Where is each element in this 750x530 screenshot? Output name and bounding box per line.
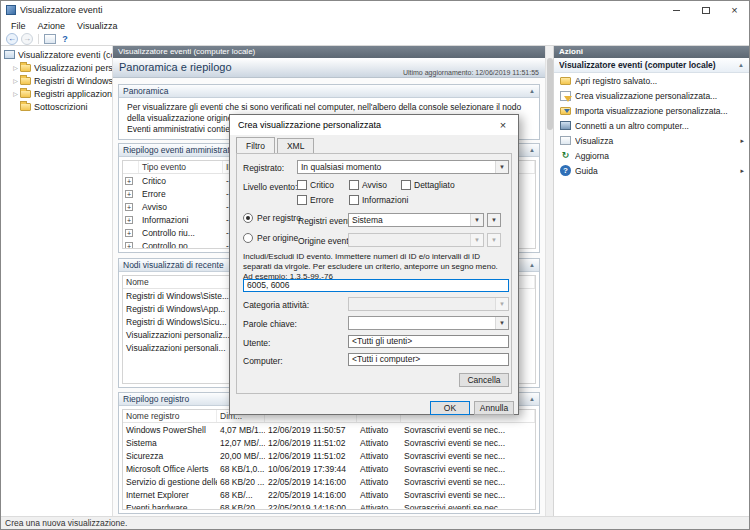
scrollbar-thumb[interactable] xyxy=(547,58,553,130)
action-item[interactable]: Visualizza▸ xyxy=(554,133,749,148)
clear-button[interactable]: Cancella xyxy=(459,373,509,387)
section-header-panoramica[interactable]: Panoramica ▲ xyxy=(119,85,539,98)
expand-icon[interactable]: + xyxy=(125,229,133,237)
user-input[interactable]: <Tutti gli utenti> xyxy=(348,335,509,348)
event-ids-input[interactable]: 6005, 6006 xyxy=(243,279,509,292)
folder-icon xyxy=(20,90,31,98)
event-ids-help-text: Includi/Escludi ID evento. Immettere num… xyxy=(243,252,507,282)
action-item[interactable]: Crea visualizzazione personalizzata... xyxy=(554,88,749,103)
action-item[interactable]: Apri registro salvato... xyxy=(554,73,749,88)
log-summary-row[interactable]: Windows PowerShell4,07 MB/1...12/06/2019… xyxy=(123,423,535,436)
chevron-down-icon: ▼ xyxy=(495,298,508,310)
ok-button[interactable]: OK xyxy=(430,401,470,415)
actions-section-header[interactable]: Visualizzatore eventi (computer locale) … xyxy=(554,58,749,73)
expand-icon[interactable]: + xyxy=(125,190,133,198)
action-item[interactable]: ↻Aggiorna xyxy=(554,148,749,163)
chevron-down-icon[interactable]: ▼ xyxy=(470,214,483,226)
tree-item[interactable]: Sottoscrizioni xyxy=(1,100,112,113)
checkbox-icon[interactable] xyxy=(297,195,307,205)
tab-filtro[interactable]: Filtro xyxy=(236,137,275,153)
tree-item[interactable]: ▷Registri applicazioni e servizi xyxy=(1,87,112,100)
action-item[interactable]: Connetti a un altro computer... xyxy=(554,118,749,133)
logged-time-combobox[interactable]: In qualsiasi momento▼ xyxy=(297,160,509,174)
radio-icon[interactable] xyxy=(243,213,253,223)
task-category-label: Categoria attività: xyxy=(243,300,309,310)
collapse-icon[interactable]: ▲ xyxy=(738,62,744,68)
checkbox-icon[interactable] xyxy=(349,195,359,205)
expander-icon[interactable]: ▷ xyxy=(11,90,20,97)
expand-icon[interactable]: + xyxy=(125,203,133,211)
log-summary-row[interactable]: Internet Explorer68 KB/...22/05/2019 14:… xyxy=(123,488,535,501)
action-item[interactable]: ?Guida▸ xyxy=(554,163,749,178)
help-icon[interactable]: ? xyxy=(59,33,71,45)
log-summary-row[interactable]: Microsoft Office Alerts68 KB/1,0...10/06… xyxy=(123,462,535,475)
chevron-down-icon[interactable]: ▼ xyxy=(495,161,508,173)
tree-root-event-viewer[interactable]: Visualizzatore eventi (computer locale) xyxy=(1,48,112,61)
toolbar-separator xyxy=(38,34,39,44)
registered-label: Registrato: xyxy=(243,163,284,173)
expander-icon[interactable]: ▷ xyxy=(11,64,20,71)
expander-icon[interactable]: ▷ xyxy=(11,77,20,84)
collapse-icon[interactable]: ▲ xyxy=(529,262,535,268)
actions-pane-title: Azioni xyxy=(554,46,749,58)
menu-visualizza[interactable]: Visualizza xyxy=(71,21,123,31)
level-checkbox-avviso[interactable]: Avviso xyxy=(349,179,387,190)
user-label: Utente: xyxy=(243,338,270,348)
level-checkbox-errore[interactable]: Errore xyxy=(297,194,334,205)
dialog-title-bar[interactable]: Crea visualizzazione personalizzata × xyxy=(230,115,518,135)
checkbox-icon[interactable] xyxy=(401,180,411,190)
connect-icon xyxy=(560,121,571,130)
level-checkbox-informazioni[interactable]: Informazioni xyxy=(349,194,408,205)
tab-xml[interactable]: XML xyxy=(277,138,314,153)
action-item[interactable]: Importa visualizzazione personalizzata..… xyxy=(554,103,749,118)
log-summary-row[interactable]: Servizio di gestione delle ...68 KB/20 .… xyxy=(123,475,535,488)
column-header[interactable]: Nome xyxy=(123,276,245,288)
submenu-arrow-icon: ▸ xyxy=(740,167,744,175)
minimize-button[interactable] xyxy=(662,1,691,19)
by-source-radio[interactable]: Per origine xyxy=(243,233,298,243)
menu-file[interactable]: File xyxy=(5,21,32,31)
chevron-down-icon[interactable]: ▼ xyxy=(495,317,508,329)
actions-pane: Azioni Visualizzatore eventi (computer l… xyxy=(553,46,749,516)
column-header[interactable]: Nome registro xyxy=(123,410,217,422)
computer-input[interactable]: <Tutti i computer> xyxy=(348,353,509,366)
radio-icon[interactable] xyxy=(243,233,253,243)
tree-item[interactable]: ▷Visualizzazioni personalizzate xyxy=(1,61,112,74)
column-header[interactable]: Tipo evento xyxy=(139,161,223,173)
chevron-down-icon: ▼ xyxy=(470,234,483,246)
event-logs-combobox[interactable]: Sistema▼ xyxy=(348,213,484,227)
console-tree-icon[interactable] xyxy=(44,34,56,44)
collapse-icon[interactable]: ▲ xyxy=(529,147,535,153)
log-summary-row[interactable]: Sistema12,07 MB/...12/06/2019 11:51:02At… xyxy=(123,436,535,449)
collapse-icon[interactable]: ▲ xyxy=(529,396,535,402)
create-view-icon xyxy=(560,91,571,101)
dialog-tabs: FiltroXML xyxy=(236,138,316,153)
checkbox-icon[interactable] xyxy=(349,180,359,190)
cancel-button[interactable]: Annulla xyxy=(474,401,514,415)
log-summary-row[interactable]: Eventi hardware68 KB/20...22/05/2019 14:… xyxy=(123,501,535,510)
expand-icon[interactable]: + xyxy=(125,242,133,249)
tree-item[interactable]: ▷Registri di Windows xyxy=(1,74,112,87)
center-scrollbar[interactable] xyxy=(545,46,553,516)
expand-icon[interactable]: + xyxy=(125,177,133,185)
maximize-button[interactable] xyxy=(691,1,720,19)
dialog-close-button[interactable]: × xyxy=(488,115,518,135)
event-logs-dropdown-button[interactable]: ▼ xyxy=(487,213,501,227)
view-icon xyxy=(560,136,571,145)
overview-header: Panoramica e riepilogo Ultimo aggiorname… xyxy=(113,58,553,78)
expand-icon[interactable]: + xyxy=(125,216,133,224)
menu-azione[interactable]: Azione xyxy=(32,21,72,31)
log-summary-row[interactable]: Sicurezza20,00 MB/...12/06/2019 11:51:02… xyxy=(123,449,535,462)
level-checkbox-critico[interactable]: Critico xyxy=(297,179,334,190)
window-controls: × xyxy=(662,1,749,19)
back-icon[interactable]: ← xyxy=(6,33,18,45)
close-button[interactable]: × xyxy=(720,1,749,19)
level-checkbox-dettagliato[interactable]: Dettagliato xyxy=(401,179,455,190)
by-log-radio[interactable]: Per registro xyxy=(243,213,301,223)
checkbox-icon[interactable] xyxy=(297,180,307,190)
task-category-combobox: ▼ xyxy=(348,297,509,311)
forward-icon[interactable]: → xyxy=(21,33,33,45)
status-bar: Crea una nuova visualizzazione. xyxy=(1,516,749,529)
collapse-icon[interactable]: ▲ xyxy=(529,88,535,94)
keywords-combobox[interactable]: ▼ xyxy=(348,316,509,330)
